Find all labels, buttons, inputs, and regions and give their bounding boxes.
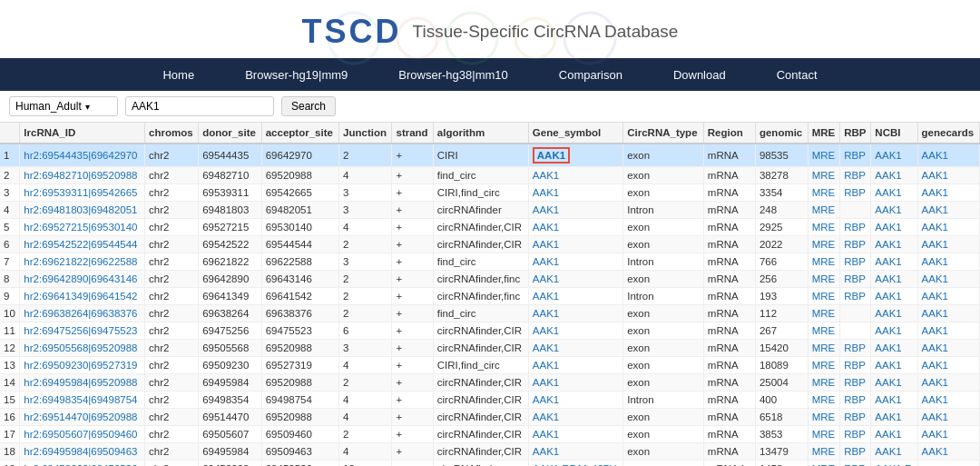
ncbi-link[interactable]: AAK1 — [875, 239, 901, 250]
mre-link[interactable]: MRE — [812, 411, 836, 422]
gene-link[interactable]: AAK1 — [533, 187, 559, 198]
genecards-link[interactable]: AAK1 — [922, 150, 948, 161]
mre-link[interactable]: MRE — [812, 394, 836, 405]
genecards-link[interactable]: AAK1 — [922, 187, 948, 198]
ncbi-link[interactable]: AAK1 — [875, 204, 901, 215]
rbp-link[interactable]: RBP — [844, 170, 866, 181]
genecards-link[interactable]: AAK1 — [922, 170, 948, 181]
genecards-link[interactable]: AAK1 — [922, 394, 948, 405]
genecards-link[interactable]: AAK1 — [922, 377, 948, 388]
gene-link[interactable]: AAK1 — [533, 291, 559, 302]
gene-link[interactable]: AAK1 — [533, 325, 559, 336]
rbp-link[interactable]: RBP — [844, 239, 866, 250]
mre-link[interactable]: MRE — [812, 273, 836, 284]
id-link[interactable]: hr2:69475256|69475523 — [24, 325, 137, 336]
genecards-link[interactable]: AAK1 — [922, 222, 948, 233]
mre-link[interactable]: MRE — [812, 360, 836, 371]
id-link[interactable]: hr2:69481803|69482051 — [24, 204, 137, 215]
gene-link[interactable]: AAK1 — [533, 170, 559, 181]
ncbi-link[interactable]: AAK1 — [875, 411, 901, 422]
ncbi-link[interactable]: AAK1 — [875, 308, 901, 319]
id-link[interactable]: hr2:69505568|69520988 — [24, 342, 137, 353]
ncbi-link[interactable]: AAK1 — [875, 187, 901, 198]
gene-link[interactable]: AAK1 — [533, 360, 559, 371]
rbp-link[interactable]: RBP — [844, 394, 866, 405]
genecards-link[interactable]: AAK1 — [922, 446, 948, 457]
id-link[interactable]: hr2:69621822|69622588 — [24, 256, 137, 267]
rbp-link[interactable]: RBP — [844, 273, 866, 284]
mre-link[interactable]: MRE — [812, 187, 836, 198]
gene-link[interactable]: AAK1 — [533, 239, 559, 250]
id-link[interactable]: hr2:69542522|69544544 — [24, 239, 137, 250]
genecards-link[interactable]: AAK1 — [922, 256, 948, 267]
ncbi-link[interactable]: AAK1 — [875, 170, 901, 181]
ncbi-link[interactable]: AAK1 — [875, 394, 901, 405]
gene-link[interactable]: AAK1 — [533, 411, 559, 422]
genecards-link[interactable]: AAK1 — [922, 325, 948, 336]
id-link[interactable]: hr2:69539311|69542665 — [24, 187, 137, 198]
mre-link[interactable]: MRE — [812, 308, 836, 319]
ncbi-link[interactable]: AAK1 — [875, 342, 901, 353]
id-link[interactable]: hr2:69638264|69638376 — [24, 308, 137, 319]
genecards-link[interactable]: AAK1 — [922, 273, 948, 284]
id-link[interactable]: hr2:69498354|69498754 — [24, 394, 137, 405]
id-link[interactable]: hr2:69642890|69643146 — [24, 273, 137, 284]
genecards-link[interactable]: AAK1 — [922, 411, 948, 422]
genecards-link[interactable]: AAK1 — [922, 239, 948, 250]
mre-link[interactable]: MRE — [812, 291, 836, 302]
gene-link[interactable]: AAK1 — [533, 429, 559, 440]
mre-link[interactable]: MRE — [812, 222, 836, 233]
mre-link[interactable]: MRE — [812, 446, 836, 457]
ncbi-link[interactable]: AAK1 — [875, 222, 901, 233]
rbp-link[interactable]: RBP — [844, 377, 866, 388]
id-link[interactable]: hr2:69482710|69520988 — [24, 170, 137, 181]
gene-link[interactable]: AAK1 — [533, 446, 559, 457]
ncbi-link[interactable]: AAK1 — [875, 446, 901, 457]
gene-link[interactable]: AAK1 — [533, 377, 559, 388]
mre-link[interactable]: MRE — [812, 204, 836, 215]
id-link[interactable]: hr2:69495984|69509463 — [24, 446, 137, 457]
gene-link[interactable]: AAK1 — [533, 394, 559, 405]
id-link[interactable]: hr2:69527215|69530140 — [24, 222, 137, 233]
genecards-link[interactable]: AAK1 — [922, 291, 948, 302]
ncbi-link[interactable]: AAK1 — [875, 273, 901, 284]
id-link[interactable]: hr2:69505607|69509460 — [24, 429, 137, 440]
id-link[interactable]: hr2:69641349|69641542 — [24, 291, 137, 302]
genecards-link[interactable]: AAK1 — [922, 204, 948, 215]
genecards-link[interactable]: AAK1 — [922, 308, 948, 319]
ncbi-link[interactable]: AAK1 — [875, 291, 901, 302]
rbp-link[interactable]: RBP — [844, 429, 866, 440]
ncbi-link[interactable]: AAK1 — [875, 256, 901, 267]
ncbi-link[interactable]: AAK1 — [875, 325, 901, 336]
rbp-link[interactable]: RBP — [844, 222, 866, 233]
search-button[interactable]: Search — [281, 96, 336, 116]
ncbi-link[interactable]: AAK1 — [875, 377, 901, 388]
gene-link[interactable]: AAK1 — [533, 222, 559, 233]
rbp-link[interactable]: RBP — [844, 187, 866, 198]
rbp-link[interactable]: RBP — [844, 342, 866, 353]
mre-link[interactable]: MRE — [812, 150, 836, 161]
gene-link[interactable]: AAK1 — [533, 256, 559, 267]
gene-link[interactable]: AAK1 — [533, 204, 559, 215]
mre-link[interactable]: MRE — [812, 342, 836, 353]
rbp-link[interactable]: RBP — [844, 411, 866, 422]
species-dropdown[interactable]: Human_Adult ▾ — [9, 96, 118, 116]
rbp-link[interactable]: RBP — [844, 446, 866, 457]
id-link[interactable]: hr2:69544435|69642970 — [24, 150, 137, 161]
gene-link[interactable]: AAK1 — [533, 308, 559, 319]
mre-link[interactable]: MRE — [812, 325, 836, 336]
id-link[interactable]: hr2:69509230|69527319 — [24, 360, 137, 371]
gene-search-input[interactable] — [125, 96, 274, 116]
mre-link[interactable]: MRE — [812, 256, 836, 267]
genecards-link[interactable]: AAK1 — [922, 429, 948, 440]
rbp-link[interactable]: RBP — [844, 291, 866, 302]
gene-link[interactable]: AAK1 — [533, 273, 559, 284]
ncbi-link[interactable]: AAK1 — [875, 429, 901, 440]
id-link[interactable]: hr2:69514470|69520988 — [24, 411, 137, 422]
ncbi-link[interactable]: AAK1 — [875, 150, 901, 161]
genecards-link[interactable]: AAK1 — [922, 360, 948, 371]
mre-link[interactable]: MRE — [812, 429, 836, 440]
mre-link[interactable]: MRE — [812, 170, 836, 181]
id-link[interactable]: hr2:69495984|69520988 — [24, 377, 137, 388]
rbp-link[interactable]: RBP — [844, 360, 866, 371]
